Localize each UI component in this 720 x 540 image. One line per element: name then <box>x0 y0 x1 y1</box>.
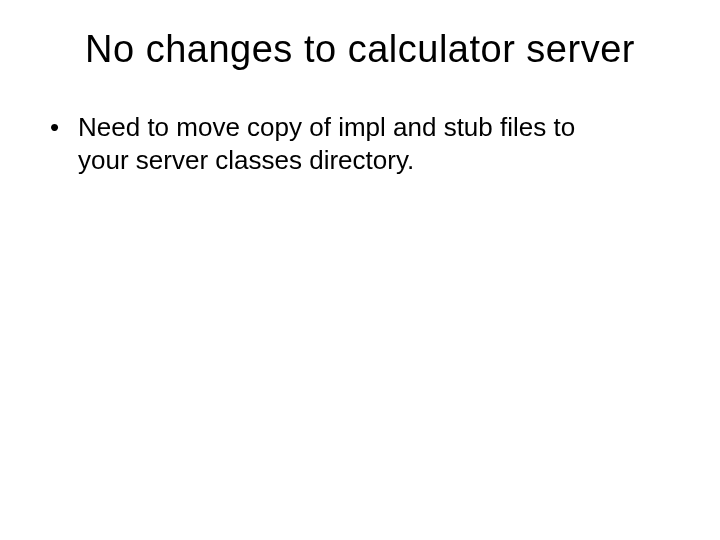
slide-title: No changes to calculator server <box>30 28 690 71</box>
bullet-list: Need to move copy of impl and stub files… <box>30 111 690 176</box>
bullet-item: Need to move copy of impl and stub files… <box>50 111 690 176</box>
